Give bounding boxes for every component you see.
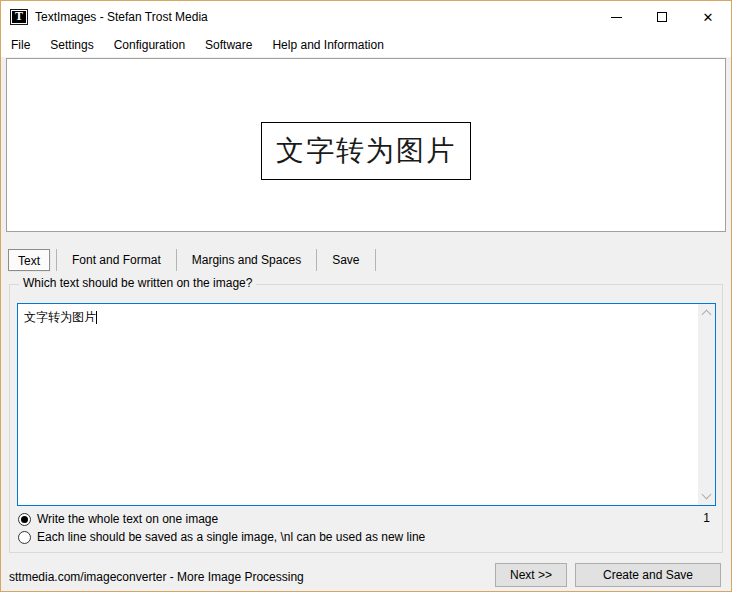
maximize-icon	[657, 12, 667, 22]
menu-configuration[interactable]: Configuration	[104, 33, 195, 57]
radio-whole-text[interactable]: Write the whole text on one image	[18, 510, 425, 528]
menu-help-and-information[interactable]: Help and Information	[262, 33, 393, 57]
create-and-save-button[interactable]: Create and Save	[575, 563, 721, 587]
scroll-down-button[interactable]	[698, 488, 715, 505]
tab-separator	[316, 249, 317, 271]
footer-buttons: Next >> Create and Save	[495, 563, 721, 587]
tab-font-and-format[interactable]: Font and Format	[63, 249, 170, 271]
close-button[interactable]: ✕	[685, 1, 731, 33]
text-input-text: 文字转为图片	[24, 310, 96, 324]
radio-whole-text-label: Write the whole text on one image	[37, 512, 218, 526]
radio-selected-icon[interactable]	[18, 513, 31, 526]
radio-each-line[interactable]: Each line should be saved as a single im…	[18, 528, 425, 546]
window-controls: ✕	[593, 1, 731, 33]
tab-separator	[56, 249, 57, 271]
image-preview-panel: 文字转为图片	[6, 58, 726, 232]
rendered-text-image: 文字转为图片	[261, 122, 471, 180]
titlebar: T TextImages - Stefan Trost Media ✕	[1, 1, 731, 33]
vertical-scrollbar[interactable]	[698, 304, 715, 505]
tab-save[interactable]: Save	[323, 249, 368, 271]
menu-settings[interactable]: Settings	[40, 33, 103, 57]
status-link[interactable]: sttmedia.com/imageconverter - More Image…	[9, 570, 304, 584]
minimize-button[interactable]	[593, 1, 639, 33]
line-count: 1	[703, 511, 710, 525]
close-icon: ✕	[703, 11, 714, 24]
text-cursor	[96, 311, 97, 324]
text-groupbox: Which text should be written on the imag…	[9, 284, 723, 553]
tab-text[interactable]: Text	[8, 249, 50, 271]
app-window: T TextImages - Stefan Trost Media ✕ File…	[0, 0, 732, 592]
menu-software[interactable]: Software	[195, 33, 262, 57]
window-title: TextImages - Stefan Trost Media	[35, 10, 208, 24]
maximize-button[interactable]	[639, 1, 685, 33]
menubar: File Settings Configuration Software Hel…	[1, 33, 731, 57]
groupbox-label: Which text should be written on the imag…	[19, 276, 256, 290]
text-input-value: 文字转为图片	[24, 309, 691, 326]
chevron-up-icon	[702, 310, 712, 320]
chevron-down-icon	[702, 490, 712, 500]
tab-separator	[176, 249, 177, 271]
tab-separator	[375, 249, 376, 271]
radio-each-line-label: Each line should be saved as a single im…	[37, 530, 425, 544]
menu-file[interactable]: File	[1, 33, 40, 57]
tab-margins-and-spaces[interactable]: Margins and Spaces	[183, 249, 310, 271]
tab-bar: Text Font and Format Margins and Spaces …	[8, 248, 382, 271]
app-icon: T	[10, 9, 28, 25]
minimize-icon	[611, 17, 622, 18]
text-input-area[interactable]: 文字转为图片	[17, 303, 716, 506]
radio-unselected-icon[interactable]	[18, 531, 31, 544]
next-button[interactable]: Next >>	[495, 563, 567, 587]
output-mode-options: Write the whole text on one image Each l…	[18, 510, 425, 546]
scroll-up-button[interactable]	[698, 304, 715, 321]
